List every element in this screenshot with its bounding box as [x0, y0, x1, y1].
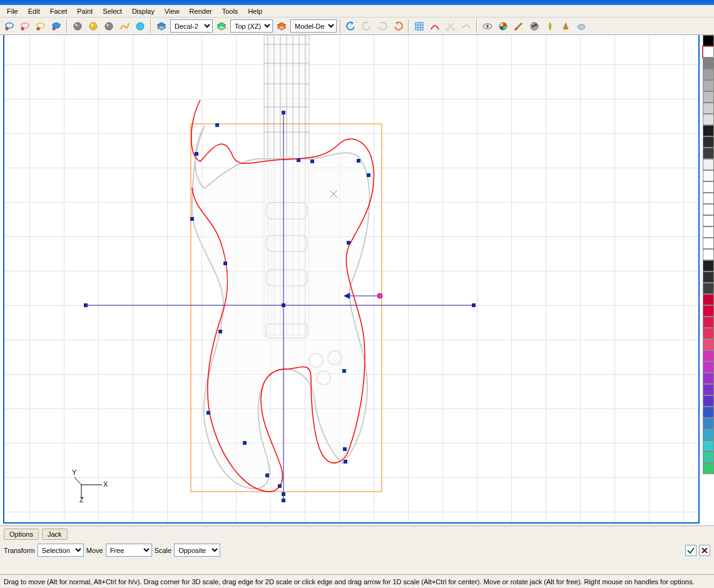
menu-file[interactable]: File	[3, 6, 23, 16]
color-swatch[interactable]	[703, 362, 714, 373]
color-swatch[interactable]	[703, 125, 714, 136]
tool-lasso-3-icon[interactable]	[34, 19, 48, 33]
color-swatch[interactable]	[703, 317, 714, 328]
spline-handle[interactable]	[282, 111, 285, 114]
color-swatch[interactable]	[703, 249, 714, 260]
viewport[interactable]: X Y Z	[3, 35, 700, 524]
pink-handle[interactable]	[377, 293, 382, 298]
tool-sphere-checker-icon[interactable]	[528, 19, 541, 33]
spline-handle[interactable]	[223, 261, 227, 265]
spline-handle[interactable]	[218, 330, 222, 333]
color-swatch[interactable]	[703, 91, 714, 103]
handle[interactable]	[472, 303, 476, 307]
model-select[interactable]: Model-Defa	[290, 19, 337, 33]
transform-select[interactable]: Selection	[38, 544, 84, 557]
color-swatch[interactable]	[703, 215, 714, 226]
color-swatch[interactable]	[703, 463, 714, 474]
color-swatch[interactable]	[703, 69, 714, 80]
redo-icon[interactable]	[391, 19, 405, 33]
spline-handle[interactable]	[344, 460, 347, 464]
color-swatch[interactable]	[703, 181, 714, 193]
color-swatch[interactable]	[703, 271, 714, 283]
spline-handle[interactable]	[190, 217, 194, 221]
tool-color-wheel-icon[interactable]	[496, 19, 510, 33]
menu-select[interactable]: Select	[98, 6, 126, 16]
menu-display[interactable]: Display	[128, 6, 159, 16]
color-swatch[interactable]	[703, 204, 714, 215]
color-swatch[interactable]	[703, 148, 714, 159]
menu-view[interactable]: View	[160, 6, 184, 16]
menu-help[interactable]: Help	[243, 6, 267, 16]
menu-render[interactable]: Render	[185, 6, 217, 16]
color-swatch[interactable]	[703, 384, 714, 395]
spline-handle[interactable]	[282, 492, 285, 496]
spline-handle[interactable]	[310, 160, 314, 163]
menu-edit[interactable]: Edit	[24, 6, 44, 16]
undo-icon[interactable]	[344, 19, 358, 33]
tool-sphere-2-icon[interactable]	[86, 19, 100, 33]
color-swatch[interactable]	[703, 80, 714, 91]
tool-layers-2-icon[interactable]	[215, 19, 228, 33]
tool-path-icon[interactable]	[118, 19, 131, 33]
spline-handle[interactable]	[367, 173, 370, 177]
color-swatch[interactable]	[703, 238, 714, 249]
color-swatch[interactable]	[703, 350, 714, 362]
tool-circle-icon[interactable]	[133, 19, 147, 33]
tool-layers-icon[interactable]	[155, 19, 168, 33]
color-swatch[interactable]	[703, 395, 714, 407]
color-swatch[interactable]	[703, 339, 714, 350]
color-swatch[interactable]	[703, 418, 714, 429]
menu-paint[interactable]: Paint	[73, 6, 97, 16]
spline-handle[interactable]	[347, 241, 350, 245]
color-swatch[interactable]	[703, 103, 714, 114]
spline-handle[interactable]	[357, 159, 360, 163]
tool-lasso-4-icon[interactable]	[49, 19, 63, 33]
color-swatch[interactable]	[703, 193, 714, 204]
color-swatch[interactable]	[703, 159, 714, 170]
color-swatch[interactable]	[703, 429, 714, 440]
tool-lasso-2-icon[interactable]	[18, 19, 32, 33]
color-swatch[interactable]	[703, 260, 714, 271]
color-swatch[interactable]	[703, 452, 714, 463]
color-swatch[interactable]	[703, 226, 714, 238]
color-swatch[interactable]	[703, 407, 714, 418]
view-select[interactable]: Top (XZ)	[230, 19, 273, 33]
decal-select[interactable]: Decal-2	[170, 19, 213, 33]
spline-handle[interactable]	[297, 158, 300, 162]
tool-sphere-1-icon[interactable]	[71, 19, 84, 33]
color-swatch[interactable]	[703, 440, 714, 452]
color-swatch[interactable]	[703, 46, 714, 58]
menu-facet[interactable]: Facet	[46, 6, 72, 16]
tool-cloud-icon[interactable]	[574, 19, 588, 33]
options-button[interactable]: Options	[4, 529, 39, 540]
tool-curve-red-icon[interactable]	[428, 19, 442, 33]
spline-handle[interactable]	[278, 484, 282, 488]
tool-eye-icon[interactable]	[481, 19, 494, 33]
color-swatch[interactable]	[703, 58, 714, 69]
color-swatch[interactable]	[703, 305, 714, 317]
spline-handle[interactable]	[243, 441, 247, 445]
menu-tools[interactable]: Tools	[218, 6, 243, 16]
color-swatch[interactable]	[703, 114, 714, 125]
tool-mirror-icon[interactable]	[559, 19, 573, 33]
scale-select[interactable]: Opposite	[174, 544, 220, 557]
cancel-button[interactable]	[699, 545, 710, 556]
accept-button[interactable]	[685, 545, 696, 556]
handle[interactable]	[84, 303, 88, 307]
tool-pin-icon[interactable]	[543, 19, 557, 33]
tool-grid-icon[interactable]	[412, 19, 426, 33]
spline-handle[interactable]	[342, 369, 346, 373]
color-swatch[interactable]	[703, 35, 714, 46]
spline-handle[interactable]	[343, 447, 347, 451]
tool-brush-icon[interactable]	[512, 19, 526, 33]
tool-sphere-3-icon[interactable]	[102, 19, 116, 33]
tool-layers-3-icon[interactable]	[275, 19, 288, 33]
color-swatch[interactable]	[703, 283, 714, 294]
color-swatch[interactable]	[703, 373, 714, 384]
color-swatch[interactable]	[703, 170, 714, 181]
spline-handle[interactable]	[215, 123, 219, 127]
move-select[interactable]: Free	[106, 544, 152, 557]
spline-handle[interactable]	[282, 499, 285, 502]
spline-handle[interactable]	[265, 474, 269, 477]
color-swatch[interactable]	[703, 294, 714, 305]
